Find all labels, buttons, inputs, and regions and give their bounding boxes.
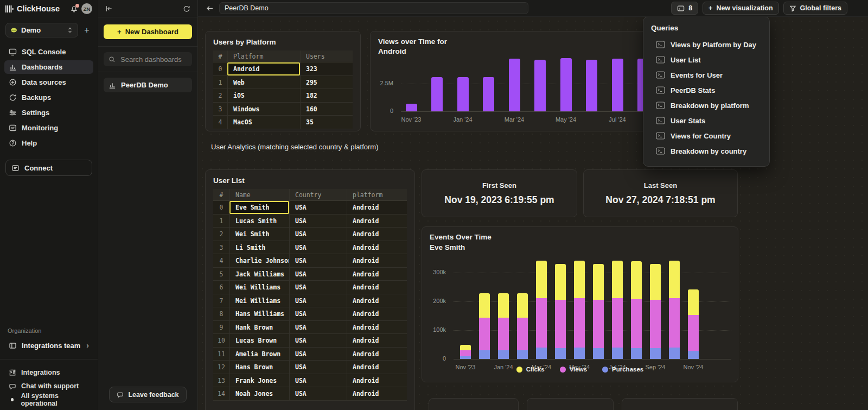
table-cell[interactable]: Android — [347, 348, 407, 361]
table-row[interactable]: 3Windows160 — [213, 103, 353, 116]
table-cell[interactable]: Android — [347, 201, 407, 214]
bar-segment[interactable] — [593, 300, 604, 348]
sidebar-item-help[interactable]: Help — [4, 136, 93, 150]
bar-segment[interactable] — [460, 350, 471, 357]
table-cell[interactable]: Frank Jones — [229, 374, 289, 387]
sidebar-item-monitoring[interactable]: Monitoring — [4, 121, 93, 135]
bar-segment[interactable] — [479, 293, 490, 318]
table-cell[interactable]: USA — [289, 387, 347, 400]
column-header[interactable]: Name — [229, 189, 289, 200]
system-status-item[interactable]: All systems operational — [0, 393, 98, 406]
query-item[interactable]: User List — [651, 52, 762, 67]
bar-segment[interactable] — [517, 293, 528, 318]
table-cell[interactable]: Web — [227, 76, 300, 89]
table-cell[interactable]: Lucas Smith — [229, 215, 289, 228]
sidebar-item-backups[interactable]: Backups — [4, 91, 93, 104]
bar-segment[interactable] — [498, 318, 509, 350]
bar-segment[interactable] — [612, 348, 623, 359]
table-cell[interactable]: Android — [347, 215, 407, 228]
bar-segment[interactable] — [498, 293, 509, 318]
table-row[interactable]: 12Hans BrownUSAAndroid — [213, 361, 407, 374]
table-cell[interactable]: Android — [347, 387, 407, 400]
bar-segment[interactable] — [612, 298, 623, 348]
bar-segment[interactable] — [612, 59, 623, 111]
back-button[interactable] — [206, 4, 214, 12]
sidebar-item-data-sources[interactable]: Data sources — [4, 75, 93, 89]
bar-segment[interactable] — [536, 261, 547, 298]
table-cell[interactable]: Hans Brown — [229, 361, 289, 374]
bar-segment[interactable] — [669, 348, 680, 359]
bar-segment[interactable] — [650, 300, 661, 348]
bar-segment[interactable] — [688, 289, 699, 315]
table-cell[interactable]: USA — [289, 268, 347, 281]
add-service-button[interactable]: + — [81, 25, 92, 36]
leave-feedback-button[interactable]: Leave feedback — [109, 387, 186, 402]
table-cell[interactable]: Android — [227, 62, 300, 75]
bar-segment[interactable] — [669, 298, 680, 348]
table-cell[interactable]: USA — [289, 281, 347, 294]
column-header[interactable]: Country — [289, 189, 347, 200]
table-row[interactable]: 2Wei SmithUSAAndroid — [213, 228, 407, 241]
bar-segment[interactable] — [688, 351, 699, 359]
bar-segment[interactable] — [555, 348, 566, 359]
table-cell[interactable]: Android — [347, 281, 407, 294]
table-row[interactable]: 5Jack WilliamsUSAAndroid — [213, 268, 407, 281]
table-cell[interactable]: USA — [289, 374, 347, 387]
table-row[interactable]: 2iOS182 — [213, 89, 353, 103]
table-cell[interactable]: 160 — [300, 103, 353, 116]
table-row[interactable]: 8Hans WilliamsUSAAndroid — [213, 307, 407, 321]
sidebar-item-dashboards[interactable]: Dashboards — [4, 60, 93, 74]
dashboard-search[interactable] — [104, 52, 192, 66]
user-avatar[interactable]: ZN — [81, 3, 92, 14]
query-item[interactable]: Views by Platform by Day — [651, 37, 762, 52]
table-row[interactable]: 3Li SmithUSAAndroid — [213, 241, 407, 255]
table-cell[interactable]: USA — [289, 228, 347, 241]
table-cell[interactable]: Android — [347, 334, 407, 347]
table-row[interactable]: 7Mei WilliamsUSAAndroid — [213, 294, 407, 308]
bar-segment[interactable] — [498, 350, 509, 359]
bar-segment[interactable] — [574, 348, 585, 359]
table-cell[interactable]: Android — [347, 228, 407, 241]
table-cell[interactable]: Hans Williams — [229, 307, 289, 320]
query-item[interactable]: Views for Country — [651, 128, 762, 143]
table-cell[interactable]: USA — [289, 334, 347, 347]
table-cell[interactable]: Android — [347, 321, 407, 334]
visualization-count-button[interactable]: 8 — [671, 2, 698, 15]
table-cell[interactable]: Android — [347, 307, 407, 320]
table-row[interactable]: 9Hank BrownUSAAndroid — [213, 321, 407, 335]
table-cell[interactable]: 295 — [300, 76, 353, 89]
table-cell[interactable]: 35 — [300, 116, 353, 129]
legend-item[interactable]: Views — [560, 366, 587, 373]
bar-segment[interactable] — [650, 348, 661, 359]
table-cell[interactable]: Jack Williams — [229, 268, 289, 281]
table-row[interactable]: 4MacOS35 — [213, 116, 353, 129]
table-cell[interactable]: Android — [347, 374, 407, 387]
column-header[interactable]: # — [213, 51, 227, 62]
connect-button[interactable]: Connect — [5, 160, 92, 176]
query-item[interactable]: Breakdown by country — [651, 143, 762, 159]
table-cell[interactable]: Android — [347, 294, 407, 307]
table-row[interactable]: 4Charlie JohnsonUSAAndroid — [213, 254, 407, 268]
table-row[interactable]: 11Amelia BrownUSAAndroid — [213, 348, 407, 361]
column-header[interactable]: platform — [347, 189, 407, 200]
bar-segment[interactable] — [560, 58, 572, 111]
table-cell[interactable]: Charlie Johnson — [229, 254, 289, 267]
bar-segment[interactable] — [669, 261, 680, 298]
table-cell[interactable]: Wei Williams — [229, 281, 289, 294]
bar-segment[interactable] — [631, 261, 642, 299]
bar-segment[interactable] — [509, 59, 520, 111]
bar-segment[interactable] — [406, 104, 417, 111]
new-visualization-button[interactable]: + New visualization — [703, 2, 779, 15]
table-cell[interactable]: Wei Smith — [229, 228, 289, 241]
table-cell[interactable]: Android — [347, 254, 407, 267]
bar-segment[interactable] — [688, 315, 699, 351]
table-cell[interactable]: USA — [289, 361, 347, 374]
legend-item[interactable]: Purchases — [602, 366, 643, 373]
table-cell[interactable]: Windows — [227, 103, 300, 116]
legend-item[interactable]: Clicks — [516, 366, 545, 373]
bar-segment[interactable] — [574, 298, 585, 348]
sidebar-item-settings[interactable]: Settings — [4, 106, 93, 119]
bar-segment[interactable] — [631, 299, 642, 348]
table-cell[interactable]: Li Smith — [229, 241, 289, 254]
table-cell[interactable]: Mei Williams — [229, 294, 289, 307]
